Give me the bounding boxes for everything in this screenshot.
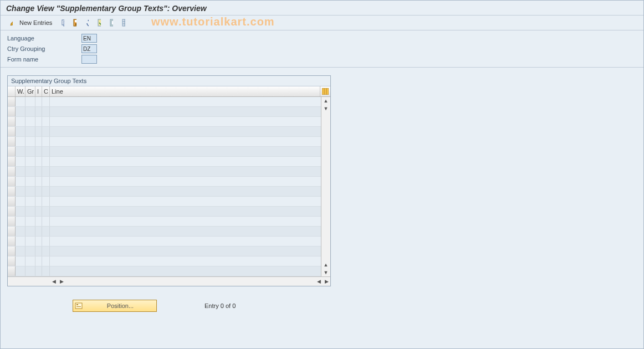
scroll-right-icon[interactable]: ▶ xyxy=(58,278,65,285)
table-row[interactable] xyxy=(8,227,321,237)
svg-rect-16 xyxy=(76,304,78,305)
change-icon[interactable] xyxy=(6,18,16,28)
table-row[interactable] xyxy=(8,187,321,197)
form-name-input[interactable] xyxy=(81,55,97,64)
scroll-left-icon[interactable]: ◀ xyxy=(50,278,58,285)
new-entries-button[interactable]: New Entries xyxy=(19,19,52,26)
scroll-left2-icon[interactable]: ◀ xyxy=(315,278,323,285)
svg-rect-15 xyxy=(75,303,82,309)
table-row[interactable] xyxy=(8,157,321,167)
language-label: Language xyxy=(7,35,81,42)
scroll-up-icon[interactable]: ▲ xyxy=(322,97,330,105)
table-row[interactable] xyxy=(8,97,321,107)
page-title: Change View "Supplementary Group Texts":… xyxy=(1,1,643,16)
table-row[interactable] xyxy=(8,217,321,227)
scroll-down-icon[interactable]: ▼ xyxy=(322,105,330,112)
table-row[interactable] xyxy=(8,167,321,177)
vertical-scrollbar[interactable]: ▲ ▼ ▲ ▼ xyxy=(321,97,330,276)
table-row[interactable] xyxy=(8,107,321,117)
horizontal-scrollbar[interactable]: ◀ ▶ ◀ ▶ xyxy=(8,276,330,286)
scroll-right2-icon[interactable]: ▶ xyxy=(323,278,330,285)
position-button-label: Position... xyxy=(84,302,156,309)
language-input[interactable] xyxy=(81,34,97,43)
footer: Position... Entry 0 of 0 xyxy=(1,300,643,312)
ctry-grouping-label: Ctry Grouping xyxy=(7,45,81,52)
header-fields: Language Ctry Grouping Form name xyxy=(1,30,643,68)
table-row[interactable] xyxy=(8,177,321,187)
scroll-up2-icon[interactable]: ▲ xyxy=(322,261,330,269)
ctry-grouping-input[interactable] xyxy=(81,44,97,53)
form-name-label: Form name xyxy=(7,56,81,63)
table-row[interactable] xyxy=(8,197,321,207)
table-row[interactable] xyxy=(8,147,321,157)
col-line[interactable]: Line xyxy=(50,86,320,96)
position-button[interactable]: Position... xyxy=(73,300,157,312)
svg-rect-12 xyxy=(322,88,329,95)
table-row[interactable] xyxy=(8,137,321,147)
copy-icon[interactable] xyxy=(58,18,68,28)
col-w[interactable]: W. xyxy=(16,86,25,96)
entry-count-label: Entry 0 of 0 xyxy=(205,302,236,309)
table-header: W. Gr I C Line xyxy=(8,86,330,97)
col-gr[interactable]: Gr xyxy=(25,86,35,96)
table-row[interactable] xyxy=(8,256,321,266)
svg-rect-4 xyxy=(75,23,76,25)
scroll-down2-icon[interactable]: ▼ xyxy=(322,269,330,276)
deselect-all-icon[interactable] xyxy=(106,18,116,28)
table-row[interactable] xyxy=(8,207,321,217)
svg-rect-3 xyxy=(75,20,76,22)
table-row[interactable] xyxy=(8,266,321,276)
col-i[interactable]: I xyxy=(35,86,42,96)
toolbar: New Entries www.tutorialkart.com xyxy=(1,16,643,30)
svg-rect-17 xyxy=(76,306,81,307)
position-icon xyxy=(73,302,84,310)
col-select[interactable] xyxy=(8,86,16,96)
configure-columns-icon[interactable] xyxy=(320,86,330,96)
watermark: www.tutorialkart.com xyxy=(151,16,275,28)
table-row[interactable] xyxy=(8,247,321,256)
svg-rect-1 xyxy=(64,21,64,26)
select-all-icon[interactable] xyxy=(94,18,104,28)
table-row[interactable] xyxy=(8,117,321,127)
col-c[interactable]: C xyxy=(42,86,50,96)
svg-rect-7 xyxy=(111,20,113,25)
table-row[interactable] xyxy=(8,237,321,247)
table-row[interactable] xyxy=(8,127,321,137)
table-settings-icon[interactable] xyxy=(119,18,129,28)
undo-icon[interactable] xyxy=(82,18,92,28)
supplementary-group-texts-table: Supplementary Group Texts W. Gr I C Line… xyxy=(7,75,331,286)
table-caption: Supplementary Group Texts xyxy=(8,76,330,86)
save-icon[interactable] xyxy=(70,18,80,28)
